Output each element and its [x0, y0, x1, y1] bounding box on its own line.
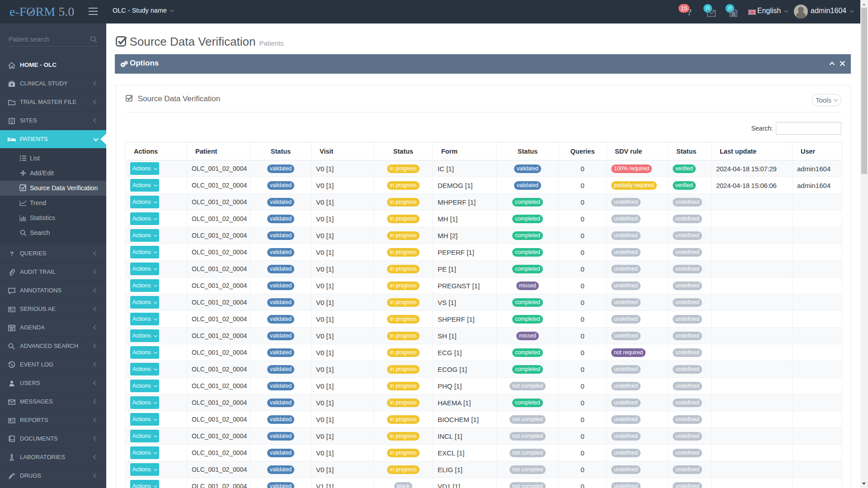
- svg-text:?: ?: [10, 250, 14, 257]
